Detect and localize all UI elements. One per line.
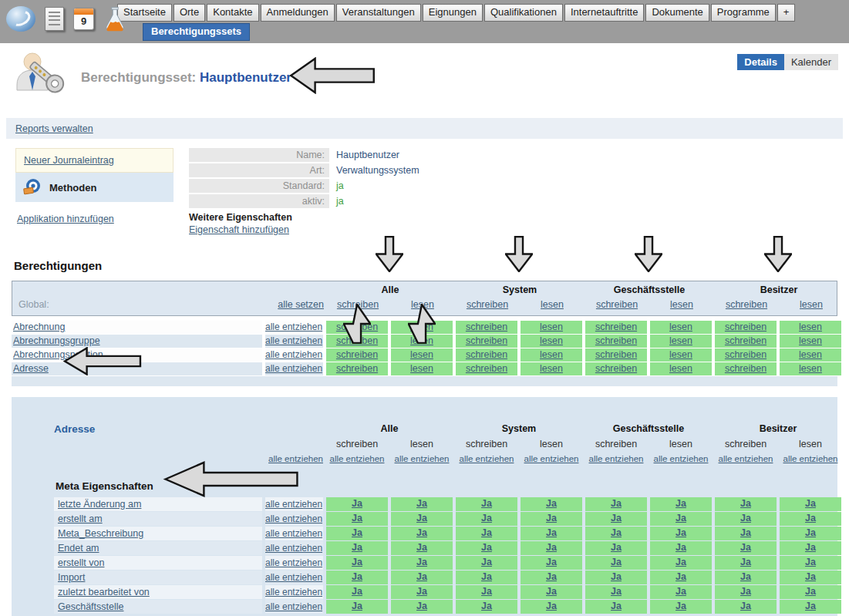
ja-link[interactable]: Ja [740,498,751,509]
perm-schreiben-link[interactable]: schreiben [595,363,637,374]
ja-link[interactable]: Ja [481,601,492,611]
meta-property-link-geschäftsstelle[interactable]: Geschäftsstelle [58,601,123,612]
ja-link[interactable]: Ja [740,571,751,582]
nav-subtab-berechtigungssets[interactable]: Berechtigungssets [143,23,250,41]
perm-lesen-link[interactable]: lesen [799,321,822,332]
tab-kalender[interactable]: Kalender [784,54,838,70]
revoke-all-link[interactable]: alle entziehen [265,528,322,539]
ja-link[interactable]: Ja [675,571,686,582]
perm-lesen-link[interactable]: lesen [540,321,563,332]
ja-link[interactable]: Ja [611,601,622,611]
perm-schreiben-link[interactable]: schreiben [595,321,637,332]
nav-tab-orte[interactable]: Orte [174,4,205,22]
meta-property-link-endet-am[interactable]: Endet am [58,543,99,554]
meta-property-link-import[interactable]: Import [58,572,85,583]
nav-tab-eignungen[interactable]: Eignungen [423,4,483,22]
calendar-icon[interactable]: 9 [73,8,94,30]
revoke-all-link[interactable]: alle entziehen [265,543,322,554]
perm-schreiben-link[interactable]: schreiben [466,321,507,332]
object-link-abrechnung[interactable]: Abrechnung [13,321,65,332]
perm-lesen-link[interactable]: lesen [410,349,433,360]
ja-link[interactable]: Ja [352,571,362,582]
ja-link[interactable]: Ja [805,513,816,523]
ja-link[interactable]: Ja [805,586,816,597]
perm-schreiben-link[interactable]: schreiben [466,349,507,360]
revoke-all-link[interactable]: alle entziehen [524,454,579,463]
nav-tab-veranstaltungen[interactable]: Veranstaltungen [336,4,421,22]
ja-link[interactable]: Ja [546,542,557,553]
nav-tab-qualifikationen[interactable]: Qualifikationen [484,4,563,22]
ja-link[interactable]: Ja [740,542,751,553]
perm-lesen-link[interactable]: lesen [799,335,822,346]
ja-link[interactable]: Ja [675,601,686,611]
ja-link[interactable]: Ja [481,571,492,582]
revoke-all-link[interactable]: alle entziehen [265,335,322,346]
tab-details[interactable]: Details [737,54,784,70]
perm-schreiben-link[interactable]: schreiben [595,335,637,346]
ja-link[interactable]: Ja [611,513,622,523]
ja-link[interactable]: Ja [416,571,427,582]
ja-link[interactable]: Ja [546,527,557,538]
revoke-all-link[interactable]: alle entziehen [265,557,322,568]
revoke-all-link[interactable]: alle entziehen [265,572,322,583]
perm-schreiben-link[interactable]: schreiben [725,321,766,332]
new-journal-entry-link[interactable]: Neuer Journaleintrag [24,155,114,166]
ja-link[interactable]: Ja [352,542,362,553]
global-schreiben-link[interactable]: schreiben [726,299,767,310]
perm-schreiben-link[interactable]: schreiben [466,363,507,374]
ja-link[interactable]: Ja [740,601,751,611]
ja-link[interactable]: Ja [675,586,686,597]
perm-lesen-link[interactable]: lesen [669,363,692,374]
revoke-all-link[interactable]: alle entziehen [265,499,322,510]
ja-link[interactable]: Ja [611,586,622,597]
meta-property-link-zuletzt-bearbeitet-von[interactable]: zuletzt bearbeitet von [58,587,150,597]
ja-link[interactable]: Ja [611,542,622,553]
perm-schreiben-link[interactable]: schreiben [595,349,637,360]
add-property-link[interactable]: Eigenschaft hinzufügen [189,224,289,235]
nav-tab-internetauftritte[interactable]: Internetauftritte [564,4,644,22]
ja-link[interactable]: Ja [611,557,622,567]
ja-link[interactable]: Ja [546,571,557,582]
perm-schreiben-link[interactable]: schreiben [725,349,766,360]
ja-link[interactable]: Ja [546,586,557,597]
ja-link[interactable]: Ja [481,557,492,567]
meta-property-link-meta-beschreibung[interactable]: Meta_Beschreibung [58,528,143,539]
perm-schreiben-link[interactable]: schreiben [725,363,766,374]
ja-link[interactable]: Ja [805,557,816,567]
nav-tab-programme[interactable]: Programme [711,4,776,22]
set-all-link[interactable]: alle setzen [278,299,324,310]
global-lesen-link[interactable]: lesen [541,299,564,310]
nav-tab-dokumente[interactable]: Dokumente [645,4,709,22]
meta-property-link-erstellt-am[interactable]: erstellt am [58,513,103,524]
meta-property-link-letzte-änderung-am[interactable]: letzte Änderung am [58,499,141,510]
ja-link[interactable]: Ja [675,513,686,523]
perm-lesen-link[interactable]: lesen [669,335,692,346]
ja-link[interactable]: Ja [416,513,427,523]
ja-link[interactable]: Ja [352,498,362,509]
ja-link[interactable]: Ja [675,557,686,567]
revoke-all-link[interactable]: alle entziehen [265,363,322,374]
revoke-all-link[interactable]: alle entziehen [265,321,322,332]
ja-link[interactable]: Ja [546,601,557,611]
revoke-all-link[interactable]: alle entziehen [460,454,514,463]
perm-lesen-link[interactable]: lesen [410,363,433,374]
ja-link[interactable]: Ja [740,557,751,567]
revoke-all-link[interactable]: alle entziehen [265,601,322,612]
lab-flask-icon[interactable] [103,5,126,32]
ja-link[interactable]: Ja [740,513,751,523]
perm-schreiben-link[interactable]: schreiben [725,335,766,346]
revoke-all-link[interactable]: alle entziehen [589,454,644,463]
global-schreiben-link[interactable]: schreiben [467,299,508,310]
revoke-all-link[interactable]: alle entziehen [265,349,322,360]
ja-link[interactable]: Ja [352,527,362,538]
ja-link[interactable]: Ja [352,586,362,597]
ja-link[interactable]: Ja [675,498,686,509]
perm-schreiben-link[interactable]: schreiben [336,349,378,360]
ja-link[interactable]: Ja [481,527,492,538]
ja-link[interactable]: Ja [481,513,492,523]
ja-link[interactable]: Ja [416,498,427,509]
global-lesen-link[interactable]: lesen [800,299,823,310]
global-schreiben-link[interactable]: schreiben [596,299,638,310]
perm-lesen-link[interactable]: lesen [540,335,563,346]
ja-link[interactable]: Ja [416,542,427,553]
